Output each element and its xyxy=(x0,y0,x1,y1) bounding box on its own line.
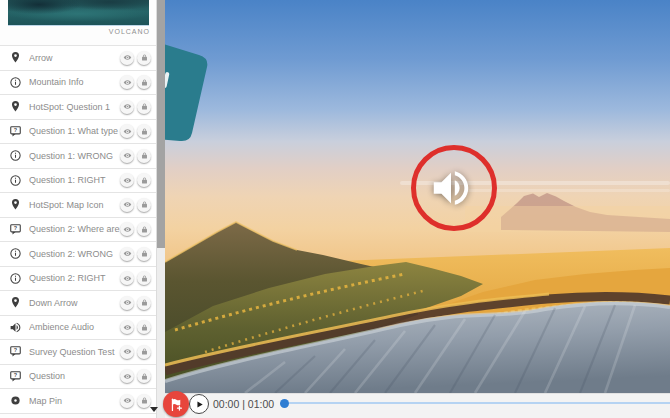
lock-toggle-button[interactable] xyxy=(137,198,151,212)
visibility-toggle-button[interactable] xyxy=(120,222,134,236)
info-icon xyxy=(9,247,22,260)
layer-row[interactable]: HotSpot: Question 1 xyxy=(0,95,156,120)
lock-toggle-button[interactable] xyxy=(137,320,151,334)
layer-row[interactable]: Question 2: Where are we? xyxy=(0,218,156,243)
layer-row[interactable]: Map Pin xyxy=(0,389,156,414)
layer-label: Ambience Audio xyxy=(29,322,120,332)
layer-row[interactable]: Question 1: RIGHT xyxy=(0,169,156,194)
eye-icon xyxy=(123,78,132,87)
eye-icon xyxy=(123,274,132,283)
lock-icon xyxy=(140,225,149,234)
visibility-toggle-button[interactable] xyxy=(120,394,134,408)
layer-row[interactable]: Question 1: What type of la... xyxy=(0,120,156,145)
lock-icon xyxy=(140,347,149,356)
video-stage[interactable] xyxy=(165,0,670,418)
lock-toggle-button[interactable] xyxy=(137,394,151,408)
chevron-down-icon[interactable] xyxy=(150,407,158,412)
layer-actions xyxy=(120,247,151,261)
lock-toggle-button[interactable] xyxy=(137,296,151,310)
eye-icon xyxy=(123,53,132,62)
visibility-toggle-button[interactable] xyxy=(120,149,134,163)
lock-toggle-button[interactable] xyxy=(137,75,151,89)
visibility-toggle-button[interactable] xyxy=(120,369,134,383)
lock-toggle-button[interactable] xyxy=(137,345,151,359)
layer-row[interactable]: HotSpot: Map Icon xyxy=(0,193,156,218)
layer-row[interactable]: Mountain Info xyxy=(0,71,156,96)
visibility-toggle-button[interactable] xyxy=(120,247,134,261)
lock-icon xyxy=(140,372,149,381)
layer-row[interactable]: Question 2: WRONG xyxy=(0,242,156,267)
visibility-toggle-button[interactable] xyxy=(120,124,134,138)
eye-icon xyxy=(123,372,132,381)
seek-track[interactable] xyxy=(284,402,670,404)
layer-label: Down Arrow xyxy=(29,298,120,308)
info-icon xyxy=(9,272,22,285)
layer-label: Question 2: Where are we? xyxy=(29,224,120,234)
map-pin-icon xyxy=(9,198,22,211)
lock-icon xyxy=(140,396,149,405)
layer-label: Question 2: RIGHT xyxy=(29,273,120,283)
lock-toggle-button[interactable] xyxy=(137,100,151,114)
lock-toggle-button[interactable] xyxy=(137,51,151,65)
visibility-toggle-button[interactable] xyxy=(120,173,134,187)
lock-toggle-button[interactable] xyxy=(137,124,151,138)
slide-thumbnail[interactable] xyxy=(8,0,149,26)
lock-icon xyxy=(140,249,149,258)
add-marker-button[interactable] xyxy=(163,391,189,417)
visibility-toggle-button[interactable] xyxy=(120,198,134,212)
eye-icon xyxy=(123,396,132,405)
layer-row[interactable]: Ambience Audio xyxy=(0,316,156,341)
lock-toggle-button[interactable] xyxy=(137,369,151,383)
lock-toggle-button[interactable] xyxy=(137,222,151,236)
layer-row[interactable]: Down Arrow xyxy=(0,291,156,316)
layer-label: Mountain Info xyxy=(29,77,120,87)
play-button[interactable] xyxy=(189,394,209,414)
lock-icon xyxy=(140,53,149,62)
layer-row[interactable]: Question xyxy=(0,365,156,390)
visibility-toggle-button[interactable] xyxy=(120,296,134,310)
lock-toggle-button[interactable] xyxy=(137,173,151,187)
volume-up-icon[interactable] xyxy=(428,165,474,211)
visibility-toggle-button[interactable] xyxy=(120,51,134,65)
visibility-toggle-button[interactable] xyxy=(120,320,134,334)
visibility-toggle-button[interactable] xyxy=(120,345,134,359)
layer-label: Question 1: RIGHT xyxy=(29,175,120,185)
speaker-icon xyxy=(9,321,22,334)
seek-knob[interactable] xyxy=(280,399,289,408)
layer-label: Question 2: WRONG xyxy=(29,249,120,259)
lock-toggle-button[interactable] xyxy=(137,149,151,163)
eye-icon xyxy=(123,151,132,160)
layer-label: Map Pin xyxy=(29,396,120,406)
eye-icon xyxy=(123,249,132,258)
layer-actions xyxy=(120,296,151,310)
lock-icon xyxy=(140,78,149,87)
map-pin-icon xyxy=(9,100,22,113)
visibility-toggle-button[interactable] xyxy=(120,100,134,114)
layer-label: Survey Question Test xyxy=(29,347,120,357)
layer-actions xyxy=(120,222,151,236)
layer-row[interactable]: Survey Question Test xyxy=(0,340,156,365)
layer-label: Arrow xyxy=(29,53,120,63)
eye-icon xyxy=(123,298,132,307)
layer-actions xyxy=(120,75,151,89)
layer-actions xyxy=(120,345,151,359)
info-icon xyxy=(9,174,22,187)
layer-row[interactable]: Question 1: WRONG xyxy=(0,144,156,169)
lock-toggle-button[interactable] xyxy=(137,271,151,285)
panel-scrollbar-thumb[interactable] xyxy=(157,0,165,248)
layer-row[interactable]: Question 2: RIGHT xyxy=(0,267,156,292)
visibility-toggle-button[interactable] xyxy=(120,271,134,285)
lock-toggle-button[interactable] xyxy=(137,247,151,261)
slide-title: VOLCANO xyxy=(0,28,150,35)
visibility-toggle-button[interactable] xyxy=(120,75,134,89)
panel-scrollbar[interactable] xyxy=(157,0,165,418)
layer-row[interactable]: Arrow xyxy=(0,46,156,71)
lock-icon xyxy=(140,151,149,160)
play-icon xyxy=(194,399,205,410)
layer-actions xyxy=(120,173,151,187)
layers-panel: VOLCANO Arrow Mountain Info xyxy=(0,0,157,418)
eye-icon xyxy=(123,127,132,136)
layer-actions xyxy=(120,100,151,114)
layer-label: HotSpot: Map Icon xyxy=(29,200,120,210)
lock-icon xyxy=(140,323,149,332)
